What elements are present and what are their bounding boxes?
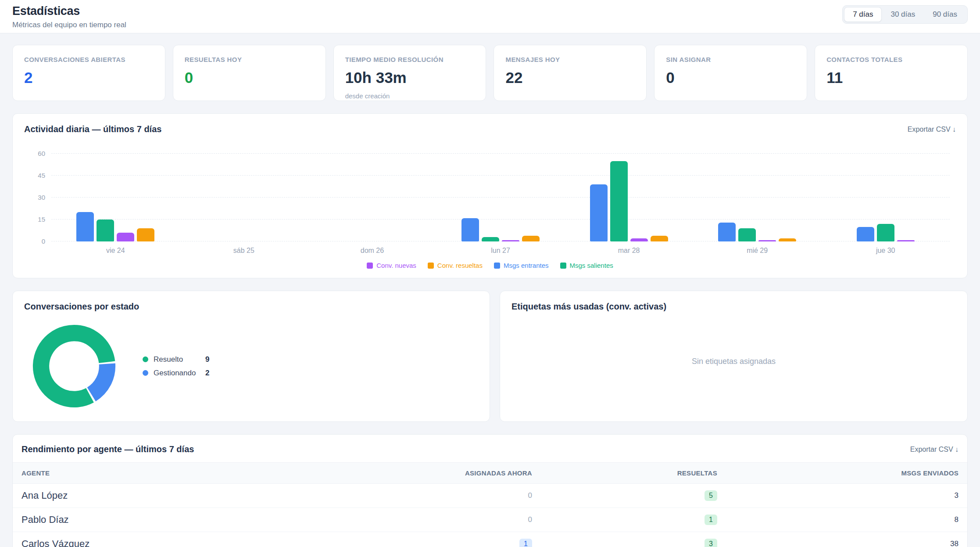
kpi-card-0: CONVERSACIONES ABIERTAS2 [12,45,165,101]
kpi-label: MENSAJES HOY [505,56,635,63]
agent-name-cell: Pablo Díaz [21,514,313,525]
donut-legend-label: Resuelto [154,355,205,364]
x-axis-label: jue 30 [876,247,895,255]
resueltas-cell: 5 [532,490,717,501]
activity-bar [117,233,134,241]
donut-legend-value: 2 [205,369,209,378]
page-header: Estadísticas Métricas del equipo en tiem… [0,0,980,33]
asignadas-cell: 0 [313,491,532,500]
conversations-status-card: Conversaciones por estado Resuelto9Gesti… [12,291,490,422]
range-button-2[interactable]: 90 días [924,7,966,22]
activity-chart-title: Actividad diaria — últimos 7 días [24,124,161,134]
resueltas-cell: 3 [532,539,717,547]
kpi-row: CONVERSACIONES ABIERTAS2RESUELTAS HOY0TI… [12,45,968,101]
asignadas-cell: 0 [313,515,532,524]
legend-label: Conv. nuevas [376,262,416,269]
legend-item-msgs-entrantes[interactable]: Msgs entrantes [494,262,549,269]
grid-line: 30 [51,197,950,198]
activity-bar [897,240,915,241]
activity-bar [718,223,736,241]
activity-bar [482,237,499,241]
msgs-cell: 38 [717,540,959,547]
agent-name: Pablo Díaz [21,514,69,525]
y-tick-label: 45 [25,172,45,179]
agents-export-csv-link[interactable]: Exportar CSV ↓ [910,446,959,453]
donut-legend-item-gestionando: Gestionando2 [143,369,209,378]
kpi-card-3: MENSAJES HOY22 [494,45,647,101]
agents-table-title: Rendimiento por agente — últimos 7 días [21,444,194,454]
bar-group-mié-29: mié 29 [718,223,796,241]
legend-label: Msgs salientes [570,262,613,269]
donut-legend-item-resuelto: Resuelto9 [143,355,209,364]
y-tick-label: 60 [25,150,45,157]
kpi-value: 10h 33m [345,69,475,86]
status-donut-chart [31,323,117,409]
activity-chart-card: Actividad diaria — últimos 7 días Export… [12,113,968,278]
grid-line: 60 [51,153,950,154]
range-button-0[interactable]: 7 días [844,7,882,22]
legend-item-msgs-salientes[interactable]: Msgs salientes [560,262,613,269]
msgs-cell: 3 [717,491,959,500]
legend-swatch [494,263,500,269]
kpi-card-4: SIN ASIGNAR0 [654,45,807,101]
asignadas-badge: 1 [519,539,532,547]
legend-swatch [367,263,373,269]
y-tick-label: 15 [25,216,45,223]
activity-bar [758,240,776,241]
page-title: Estadísticas [12,4,968,18]
table-row: Ana López053 [13,484,967,508]
activity-bar-chart: 015304560vie 24sáb 25dom 26lun 27mar 28m… [51,154,950,241]
activity-bar [461,218,479,241]
msgs-value: 38 [950,540,959,547]
activity-chart-legend: Conv. nuevasConv. resueltasMsgs entrante… [24,262,956,269]
time-range-selector: 7 días30 días90 días [842,5,968,24]
bar-group-mar-28: mar 28 [590,161,668,241]
tags-empty-state: Sin etiquetas asignadas [511,312,956,411]
activity-export-csv-link[interactable]: Exportar CSV ↓ [908,126,956,133]
table-row: Pablo Díaz018 [13,508,967,532]
activity-bar [97,220,114,241]
activity-bar [590,184,608,241]
status-card-title: Conversaciones por estado [24,302,478,312]
activity-bar [877,224,894,241]
activity-bar [610,161,628,241]
kpi-value: 0 [666,69,795,86]
kpi-value: 22 [505,69,635,86]
tags-card: Etiquetas más usadas (conv. activas) Sin… [500,291,968,422]
x-axis-label: dom 26 [361,247,384,255]
activity-bar [502,240,519,241]
bar-group-jue-30: jue 30 [857,224,915,241]
agent-name: Ana López [21,490,68,501]
resueltas-badge: 1 [705,515,717,525]
activity-bar [76,212,94,241]
asignadas-cell: 1 [313,539,532,547]
agent-name-cell: Carlos Vázquez [21,538,313,547]
legend-swatch [428,263,434,269]
kpi-label: CONVERSACIONES ABIERTAS [24,56,154,63]
donut-segment-gestionando [91,364,107,395]
column-header-asignadas-ahora: ASIGNADAS AHORA [313,469,532,477]
x-axis-label: lun 27 [491,247,510,255]
legend-label: Msgs entrantes [504,262,549,269]
agent-name: Carlos Vázquez [21,538,89,547]
legend-item-conv-nuevas[interactable]: Conv. nuevas [367,262,416,269]
kpi-label: TIEMPO MEDIO RESOLUCIÓN [345,56,475,63]
kpi-card-1: RESUELTAS HOY0 [173,45,326,101]
status-donut-legend: Resuelto9Gestionando2 [143,350,209,382]
range-button-1[interactable]: 30 días [882,7,924,22]
legend-item-conv-resueltas[interactable]: Conv. resueltas [428,262,483,269]
bar-group-lun-27: lun 27 [461,218,540,241]
donut-legend-value: 9 [205,355,209,364]
agents-table-header: AGENTE ASIGNADAS AHORA RESUELTAS MSGS EN… [13,462,967,484]
main-content: CONVERSACIONES ABIERTAS2RESUELTAS HOY0TI… [0,33,980,547]
kpi-value: 0 [185,69,314,86]
msgs-cell: 8 [717,515,959,524]
column-header-resueltas: RESUELTAS [532,469,717,477]
resueltas-cell: 1 [532,515,717,525]
activity-bar [137,228,154,241]
table-row: Carlos Vázquez1338 [13,532,967,547]
x-axis-label: mar 28 [618,247,640,255]
y-tick-label: 30 [25,194,45,201]
grid-line: 45 [51,175,950,176]
activity-bar [651,236,668,241]
